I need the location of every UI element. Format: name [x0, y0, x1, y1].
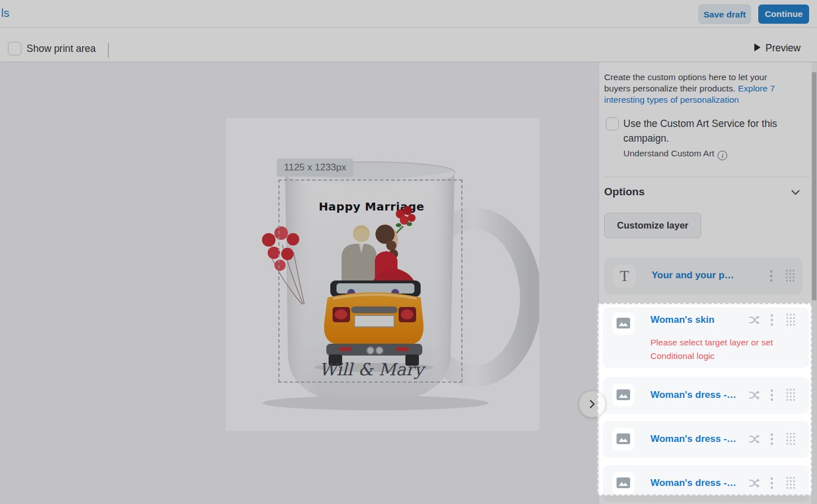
options-section-title: Options	[604, 186, 645, 198]
shuffle-icon[interactable]	[749, 314, 761, 328]
chevron-right-icon	[587, 398, 598, 410]
shuffle-icon[interactable]	[749, 389, 761, 404]
layer-label: Woman's dress -…	[650, 389, 736, 401]
chevron-down-icon[interactable]	[790, 187, 801, 200]
shuffle-icon[interactable]	[749, 477, 761, 492]
layer-label: Woman's dress -…	[650, 477, 736, 489]
drag-handle-icon[interactable]	[786, 388, 796, 404]
toolbar-divider	[108, 43, 109, 58]
app-root: Happy Marriage	[0, 0, 817, 504]
dimension-badge: 1125 x 1233px	[277, 159, 353, 177]
image-layer-icon	[612, 312, 635, 335]
continue-button[interactable]: Continue	[758, 5, 809, 24]
more-options-icon[interactable]	[770, 477, 774, 492]
layer-warning-text: Please select target layer or set Condit…	[650, 336, 807, 363]
more-options-icon[interactable]	[770, 314, 774, 328]
drag-handle-icon[interactable]	[786, 476, 796, 492]
drag-handle-icon[interactable]	[786, 313, 796, 328]
panel-toggle-button[interactable]	[579, 391, 606, 418]
more-options-icon[interactable]	[770, 389, 774, 404]
intro-text: Create the custom options here to let yo…	[604, 72, 795, 106]
product-image: Happy Marriage	[226, 118, 539, 431]
drag-handle-icon[interactable]	[785, 269, 795, 284]
show-print-area-label: Show print area	[27, 43, 96, 55]
layer-label: Woman's dress -…	[650, 433, 736, 445]
layer-row-womans-skin[interactable]: Woman's skin Please select target layer …	[603, 308, 809, 368]
text-layer-icon: T	[613, 265, 636, 287]
layer-row-womans-dress-1[interactable]: Woman's dress -…	[603, 377, 809, 414]
custom-art-checkbox[interactable]	[606, 117, 619, 130]
more-options-icon[interactable]	[770, 270, 773, 284]
image-layer-icon	[612, 428, 635, 450]
more-options-icon[interactable]	[770, 433, 774, 448]
print-area-outline	[278, 179, 462, 383]
drag-handle-icon[interactable]	[786, 432, 796, 448]
sidebar-divider	[604, 177, 810, 177]
design-canvas: Happy Marriage	[0, 62, 598, 504]
image-layer-icon	[612, 472, 635, 494]
understand-custom-art-link[interactable]: Understand Custom Arti	[623, 148, 727, 160]
understand-custom-art-label: Understand Custom Art	[623, 148, 714, 158]
preview-button[interactable]: Preview	[754, 42, 801, 54]
show-print-area-checkbox[interactable]	[8, 42, 21, 55]
back-link[interactable]: ls	[1, 7, 9, 20]
save-draft-button[interactable]: Save draft	[698, 5, 751, 24]
info-icon[interactable]: i	[718, 151, 727, 160]
layer-row-womans-dress-3[interactable]: Woman's dress -…	[603, 465, 809, 502]
layer-label: Woman's skin	[650, 314, 714, 326]
play-icon	[754, 43, 761, 51]
layer-row-text[interactable]: T Your and your p…	[604, 257, 802, 295]
image-layer-icon	[612, 384, 635, 406]
preview-label: Preview	[766, 42, 801, 54]
layer-row-womans-dress-2[interactable]: Woman's dress -…	[603, 421, 809, 458]
sidebar-scrollbar-thumb[interactable]	[812, 72, 816, 300]
top-header: ls Save draft Continue	[0, 0, 817, 28]
canvas-toolbar: Show print area Preview	[0, 28, 817, 62]
customize-layer-button[interactable]: Customize layer	[604, 213, 701, 238]
shuffle-icon[interactable]	[749, 433, 761, 448]
custom-art-label: Use the Custom Art Service for this camp…	[623, 116, 790, 146]
layer-label: Your and your p…	[652, 270, 734, 281]
